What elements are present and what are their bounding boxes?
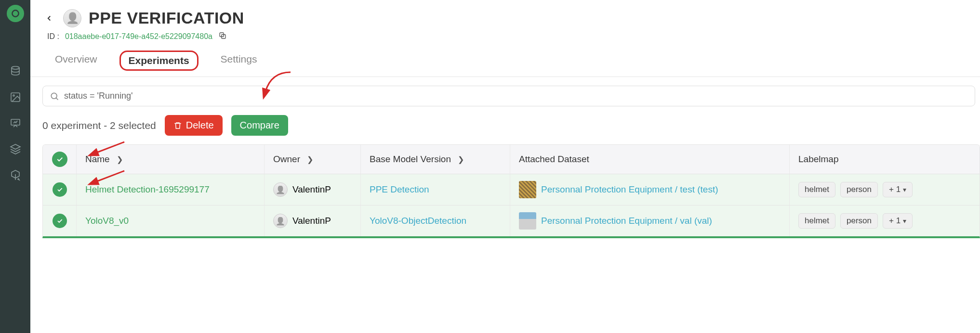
experiment-model[interactable]: PPE Detection (361, 174, 510, 205)
th-dataset[interactable]: Attached Dataset (510, 145, 790, 174)
th-model[interactable]: Base Model Version❯ (361, 145, 510, 174)
check-icon (53, 182, 67, 197)
search-input[interactable] (64, 91, 968, 101)
search-bar[interactable] (42, 86, 975, 106)
id-label: ID : (47, 32, 59, 41)
database-icon[interactable] (10, 65, 21, 77)
th-select-all[interactable] (43, 145, 77, 174)
dataset-thumb (519, 181, 536, 198)
table-body: Helmet Detection-1695299177 ValentinP PP… (43, 174, 980, 236)
app-logo[interactable] (7, 5, 24, 22)
label-tag[interactable]: person (840, 213, 878, 229)
layers-icon[interactable] (10, 143, 21, 155)
copy-icon[interactable] (218, 31, 227, 42)
th-labelmap[interactable]: Labelmap (790, 145, 980, 174)
th-name[interactable]: Name❯ (77, 145, 265, 174)
tab-settings[interactable]: Settings (213, 51, 265, 71)
table-row[interactable]: YoloV8_v0 ValentinP YoloV8-ObjectDetecti… (43, 205, 980, 236)
sidebar (0, 0, 30, 333)
label-more[interactable]: + 1▾ (883, 213, 913, 229)
header: PPE VERIFICATION (42, 9, 980, 27)
chevron-down-icon: ▾ (903, 186, 906, 193)
compare-button[interactable]: Compare (231, 115, 288, 136)
divider (30, 77, 980, 77)
compare-label: Compare (240, 120, 279, 131)
experiment-labels: helmet person + 1▾ (790, 174, 980, 205)
delete-label: Delete (186, 120, 214, 131)
back-button[interactable] (42, 11, 56, 26)
delete-button[interactable]: Delete (165, 115, 223, 136)
svg-point-7 (51, 93, 57, 99)
tab-overview[interactable]: Overview (47, 51, 105, 71)
svg-point-3 (13, 95, 14, 96)
image-icon[interactable] (10, 91, 21, 103)
tabs: Overview Experiments Settings (47, 51, 980, 71)
chevron-right-icon: ❯ (458, 155, 464, 164)
experiments-table: Name❯ Owner❯ Base Model Version❯ Attache… (42, 144, 980, 238)
id-value: 018aaebe-e017-749e-a452-e5229097480a (65, 32, 212, 41)
toolbar: 0 experiment - 2 selected Delete Compare (42, 115, 980, 136)
label-tag[interactable]: helmet (798, 182, 835, 197)
presentation-icon[interactable] (10, 117, 21, 129)
experiment-owner: ValentinP (265, 205, 361, 236)
chevron-down-icon: ▾ (903, 217, 906, 225)
tab-experiments[interactable]: Experiments (119, 51, 199, 71)
search-icon (50, 91, 59, 101)
experiment-owner: ValentinP (265, 174, 361, 205)
owner-avatar (273, 182, 288, 197)
chevron-right-icon: ❯ (117, 155, 123, 164)
th-owner[interactable]: Owner❯ (265, 145, 361, 174)
project-avatar (63, 9, 81, 27)
table-row[interactable]: Helmet Detection-1695299177 ValentinP PP… (43, 174, 980, 205)
experiment-dataset[interactable]: Personnal Protection Equipment / test (t… (510, 174, 790, 205)
svg-point-0 (12, 10, 18, 16)
experiment-labels: helmet person + 1▾ (790, 205, 980, 236)
row-checkbox[interactable] (43, 174, 77, 205)
chevron-right-icon: ❯ (307, 155, 313, 164)
page-title: PPE VERIFICATION (89, 9, 244, 27)
label-tag[interactable]: person (840, 182, 878, 197)
table-header: Name❯ Owner❯ Base Model Version❯ Attache… (43, 145, 980, 174)
package-export-icon[interactable] (10, 169, 21, 181)
main-content: PPE VERIFICATION ID : 018aaebe-e017-749e… (30, 0, 980, 333)
experiment-model[interactable]: YoloV8-ObjectDetection (361, 205, 510, 236)
id-row: ID : 018aaebe-e017-749e-a452-e5229097480… (47, 31, 980, 42)
trash-icon (173, 121, 182, 130)
check-icon (53, 214, 67, 228)
selection-summary: 0 experiment - 2 selected (42, 120, 156, 131)
dataset-thumb (519, 212, 536, 230)
label-tag[interactable]: helmet (798, 213, 835, 229)
experiment-dataset[interactable]: Personnal Protection Equipment / val (va… (510, 205, 790, 236)
experiment-name[interactable]: YoloV8_v0 (77, 205, 265, 236)
check-icon (52, 152, 67, 167)
label-more[interactable]: + 1▾ (883, 182, 913, 197)
owner-avatar (273, 214, 288, 228)
svg-point-1 (12, 66, 19, 69)
experiment-name[interactable]: Helmet Detection-1695299177 (77, 174, 265, 205)
row-checkbox[interactable] (43, 205, 77, 236)
